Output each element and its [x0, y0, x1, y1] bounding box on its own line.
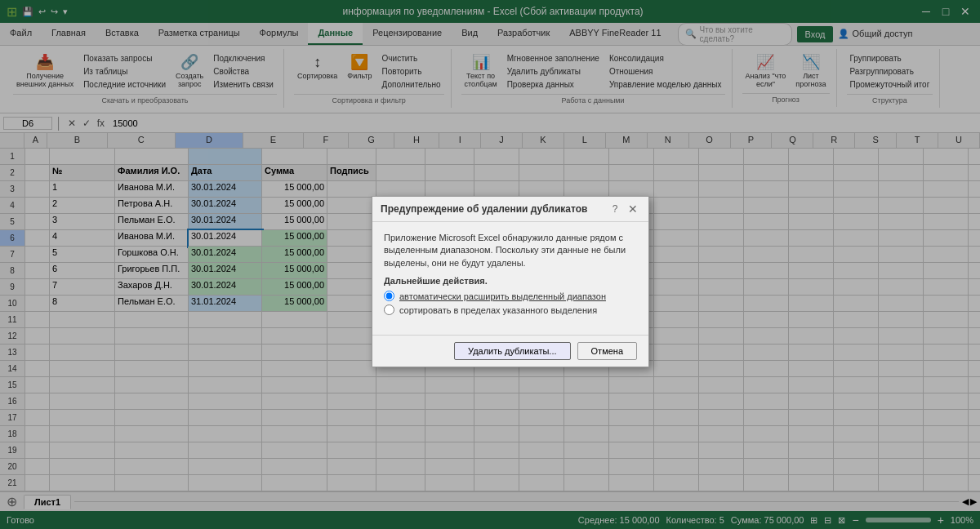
- delete-duplicates-button[interactable]: Удалить дубликаты...: [454, 342, 571, 360]
- cancel-button[interactable]: Отмена: [577, 342, 637, 360]
- remove-duplicates-dialog: Предупреждение об удалении дубликатов ? …: [372, 196, 649, 367]
- modal-close-button[interactable]: ✕: [626, 202, 640, 216]
- modal-help-button[interactable]: ?: [608, 202, 622, 216]
- modal-radio-group: автоматически расширить выделенный диапа…: [384, 291, 637, 315]
- modal-description: Приложение Microsoft Excel обнаружило да…: [384, 232, 637, 269]
- modal-radio-expand[interactable]: автоматически расширить выделенный диапа…: [384, 291, 637, 301]
- modal-radio-expand-label: автоматически расширить выделенный диапа…: [399, 291, 606, 301]
- modal-title: Предупреждение об удалении дубликатов: [381, 203, 587, 215]
- modal-radio-current[interactable]: сортировать в пределах указанного выделе…: [384, 305, 637, 315]
- modal-radio-current-input[interactable]: [384, 305, 394, 315]
- modal-titlebar: Предупреждение об удалении дубликатов ? …: [372, 197, 648, 222]
- modal-footer: Удалить дубликаты... Отмена: [372, 335, 648, 367]
- modal-radio-expand-input[interactable]: [384, 291, 394, 301]
- modal-body: Приложение Microsoft Excel обнаружило да…: [372, 222, 648, 335]
- modal-overlay: Предупреждение об удалении дубликатов ? …: [0, 0, 980, 529]
- modal-section-label: Дальнейшие действия.: [384, 276, 637, 286]
- modal-radio-current-label: сортировать в пределах указанного выделе…: [399, 305, 597, 315]
- modal-controls: ? ✕: [608, 202, 640, 216]
